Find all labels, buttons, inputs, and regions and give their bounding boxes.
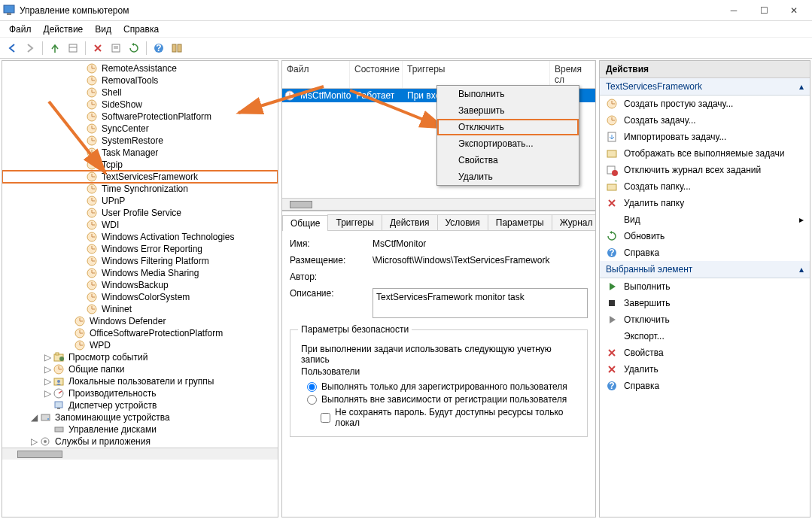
tree-item[interactable]: SystemRestore [2,135,278,147]
action-item[interactable]: Завершить [600,295,810,311]
radio-any-user[interactable]: Выполнять вне зависимости от регистрации… [307,394,579,405]
tab-settings[interactable]: Параметры [488,214,552,230]
properties-button[interactable] [108,41,123,56]
action-label: Создать простую задачу... [624,99,733,109]
tree-item[interactable]: SyncCenter [2,123,278,135]
action-item[interactable]: Создать простую задачу... [600,96,810,112]
close-button[interactable]: ✕ [779,2,809,19]
up-button[interactable] [47,41,62,56]
tab-general[interactable]: Общие [282,215,328,231]
action-item[interactable]: Выполнить [600,278,810,295]
action-item[interactable]: Свойства [600,344,810,361]
tree-item[interactable]: ▷Общие папки [2,363,278,375]
tree-item[interactable]: RemoteAssistance [2,62,278,74]
task-scrollbar[interactable] [282,198,595,210]
action-label: Справка [624,381,659,391]
actions-group1-title[interactable]: TextServicesFramework ▴ [600,78,810,96]
action-item[interactable]: Вид▸ [600,211,810,228]
action-item[interactable]: Отображать все выполняемые задачи [600,145,810,162]
tree-item[interactable]: WindowsColorSystem [2,291,278,303]
tree-item[interactable]: OfficeSoftwareProtectionPlatform [2,327,278,339]
action-item[interactable]: Удалить [600,361,810,378]
tree-item[interactable]: Windows Activation Technologies [2,231,278,243]
action-item[interactable]: Импортировать задачу... [600,129,810,145]
tree-item[interactable]: UPnP [2,195,278,207]
action-item[interactable]: Отключить журнал всех заданий [600,162,810,178]
delete-button[interactable] [90,41,105,56]
actions-group2-title[interactable]: Выбранный элемент ▴ [600,261,810,278]
check1-input[interactable] [321,413,330,423]
tree-item[interactable]: Task Manager [2,147,278,159]
cm-disable[interactable]: Отключить [437,119,579,135]
show-hide-button[interactable] [65,41,81,56]
tree-item[interactable]: Windows Error Reporting [2,243,278,255]
cm-end[interactable]: Завершить [437,102,579,119]
refresh-button[interactable] [126,41,141,56]
menu-file[interactable]: Файл [5,23,36,36]
tree-item[interactable]: Windows Media Sharing [2,267,278,279]
cm-run[interactable]: Выполнить [437,86,579,102]
tree-item[interactable]: User Profile Service [2,207,278,219]
action-label: Импортировать задачу... [624,132,726,142]
tab-triggers[interactable]: Триггеры [327,214,382,230]
tree-item[interactable]: WDI [2,219,278,231]
radio2-input[interactable] [307,395,317,405]
tree-item[interactable]: Shell [2,86,278,99]
check-no-password[interactable]: Не сохранять пароль. Будут доступны ресу… [321,407,579,428]
cm-properties[interactable]: Свойства [437,152,579,168]
tab-actions[interactable]: Действия [382,214,438,230]
tree-item[interactable]: Управление дисками [2,423,278,436]
horizontal-scrollbar[interactable] [2,448,278,460]
col-state[interactable]: Состояние [350,61,403,88]
action-item[interactable]: Экспорт... [600,328,810,344]
tree-item[interactable]: ▷Просмотр событий [2,351,278,363]
folder-icon [87,208,99,218]
action-item[interactable]: Создать задачу... [600,112,810,129]
action-item[interactable]: *Создать папку... [600,178,810,195]
forward-button[interactable] [23,41,38,56]
minimize-button[interactable]: ─ [719,2,749,19]
tree-label: RemoteAssistance [102,63,177,74]
tree-item[interactable]: Tcpip [2,159,278,171]
tree-item[interactable]: SoftwareProtectionPlatform [2,111,278,123]
tree-item[interactable]: Windows Filtering Platform [2,255,278,267]
tree-item[interactable]: RemovalTools [2,74,278,86]
tab-history[interactable]: Журнал [552,214,596,230]
col-file[interactable]: Файл [282,61,350,88]
radio-logged-on[interactable]: Выполнять только для зарегистрированного… [307,381,579,392]
help-button[interactable]: ? [151,41,166,56]
menu-view[interactable]: Вид [90,23,116,36]
tree-item[interactable]: Wininet [2,303,278,315]
action-item[interactable]: Отключить [600,311,810,328]
tree-item[interactable]: TextServicesFramework [2,171,278,183]
tree-item[interactable]: ▷Локальные пользователи и группы [2,375,278,387]
col-triggers[interactable]: Триггеры [403,61,550,88]
radio1-input[interactable] [307,382,317,392]
menu-help[interactable]: Справка [119,23,163,36]
tree-label: Службы и приложения [55,436,151,447]
tree-item[interactable]: WindowsBackup [2,279,278,291]
tree-item[interactable]: ▷Службы и приложения [2,436,278,448]
menu-action[interactable]: Действие [39,23,88,36]
tree-item[interactable]: Time Synchronization [2,183,278,195]
action-item[interactable]: Удалить папку [600,195,810,211]
tree-item[interactable]: ◢Запоминающие устройства [2,411,278,423]
task-state: Работает [351,90,403,101]
col-time[interactable]: Время сл [550,61,595,88]
tree-item[interactable]: WPD [2,339,278,351]
cm-export[interactable]: Экспортировать... [437,135,579,152]
tree-item[interactable]: Диспетчер устройств [2,399,278,411]
columns-button[interactable] [169,41,184,56]
tab-conditions[interactable]: Условия [437,214,488,230]
action-label: Отключить [624,314,670,325]
tree-item[interactable]: ▷Производительность [2,387,278,399]
tree[interactable]: RemoteAssistanceRemovalToolsShellSideSho… [2,61,278,448]
action-item[interactable]: ?Справка [600,244,810,261]
tree-item[interactable]: Windows Defender [2,315,278,327]
back-button[interactable] [5,41,20,56]
action-item[interactable]: Обновить [600,228,810,244]
cm-delete[interactable]: Удалить [437,168,579,185]
tree-item[interactable]: SideShow [2,99,278,111]
maximize-button[interactable]: ☐ [749,2,779,19]
action-item[interactable]: ?Справка [600,378,810,394]
